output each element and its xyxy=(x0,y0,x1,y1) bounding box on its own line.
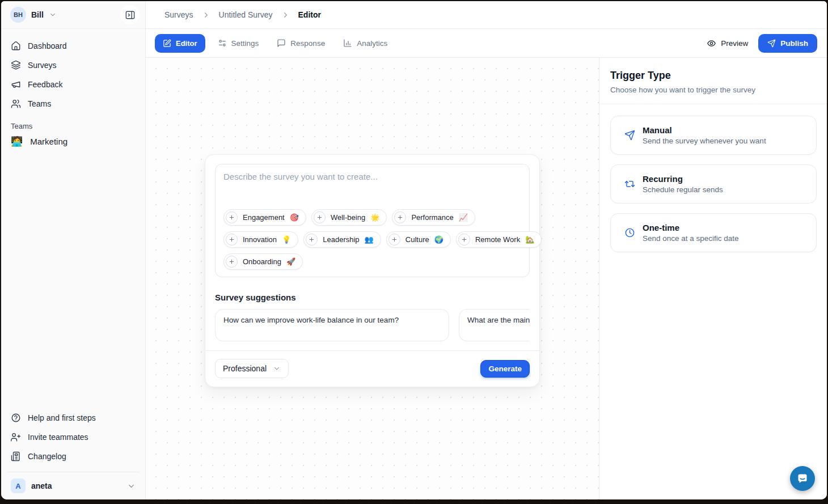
team-name: Marketing xyxy=(30,137,67,146)
breadcrumb-surveys[interactable]: Surveys xyxy=(164,10,193,19)
sidebar-item-teams[interactable]: Teams xyxy=(6,94,141,113)
plus-icon xyxy=(226,211,238,223)
trigger-option-one-time[interactable]: One-time Send once at a specific date xyxy=(610,213,817,252)
plus-icon xyxy=(226,234,238,245)
topic-chip-culture[interactable]: Culture 🌍 xyxy=(386,231,451,248)
eye-icon xyxy=(707,39,716,48)
topic-chip-well-being[interactable]: Well-being 🌟 xyxy=(311,209,387,226)
chevron-right-icon xyxy=(202,11,210,19)
tab-label: Settings xyxy=(231,39,259,48)
dart-emoji-icon: 🎯 xyxy=(290,214,299,221)
survey-composer-card: Engagement 🎯 Well-being 🌟 xyxy=(205,154,540,387)
send-icon xyxy=(767,39,776,48)
chip-label: Innovation xyxy=(243,235,277,244)
breadcrumb: Surveys Untitled Survey Editor xyxy=(146,1,827,29)
survey-description-input[interactable] xyxy=(223,172,521,209)
tab-analytics[interactable]: Analytics xyxy=(337,34,393,52)
suggestion-card[interactable]: How can we improve work-life balance in … xyxy=(215,309,449,341)
chat-launcher-button[interactable] xyxy=(790,466,815,491)
trigger-options: Manual Send the survey whenever you want… xyxy=(599,104,827,252)
publish-button[interactable]: Publish xyxy=(758,34,817,53)
survey-suggestions: Survey suggestions How can we improve wo… xyxy=(205,277,539,341)
sidebar: BH Bill Dashboard Surveys xyxy=(1,1,146,499)
chevron-down-icon xyxy=(273,365,281,372)
preview-button[interactable]: Preview xyxy=(707,39,748,48)
chip-label: Culture xyxy=(405,235,429,244)
plus-icon xyxy=(306,234,318,245)
tab-label: Editor xyxy=(176,39,197,48)
repeat-icon xyxy=(624,179,635,189)
app-window: BH Bill Dashboard Surveys xyxy=(1,1,827,499)
trigger-option-text: Manual Send the survey whenever you want xyxy=(643,125,766,145)
globe-emoji-icon: 🌍 xyxy=(434,236,443,243)
trigger-option-text: One-time Send once at a specific date xyxy=(643,223,739,243)
newspaper-icon xyxy=(11,451,21,461)
user-menu[interactable]: A aneta xyxy=(6,473,141,499)
topic-chip-performance[interactable]: Performance 📈 xyxy=(392,209,475,226)
plus-icon xyxy=(226,256,238,268)
message-square-icon xyxy=(277,39,286,48)
busts-emoji-icon: 👥 xyxy=(365,236,374,243)
publish-label: Publish xyxy=(780,39,808,48)
trigger-option-recurring[interactable]: Recurring Schedule regular sends xyxy=(610,164,817,204)
tab-editor[interactable]: Editor xyxy=(155,34,205,53)
teams-section-label: Teams xyxy=(11,122,136,130)
chip-label: Performance xyxy=(411,213,453,222)
trigger-option-manual[interactable]: Manual Send the survey whenever you want xyxy=(610,116,817,155)
sidebar-item-feedback[interactable]: Feedback xyxy=(6,75,141,94)
sidebar-item-label: Help and first steps xyxy=(28,413,96,422)
main-column: Surveys Untitled Survey Editor Editor Se… xyxy=(146,1,827,499)
tone-select[interactable]: Professional xyxy=(215,359,289,378)
generate-button[interactable]: Generate xyxy=(480,360,530,378)
chevron-right-icon xyxy=(281,11,290,19)
workspace-switcher[interactable]: BH Bill xyxy=(1,1,145,29)
user-avatar: A xyxy=(11,478,26,493)
tab-response[interactable]: Response xyxy=(271,34,331,52)
send-icon xyxy=(624,130,635,141)
chip-label: Engagement xyxy=(243,213,285,222)
layers-icon xyxy=(11,60,21,70)
trigger-option-title: Manual xyxy=(643,125,766,135)
sidebar-item-surveys[interactable]: Surveys xyxy=(6,56,141,75)
sidebar-item-invite[interactable]: Invite teammates xyxy=(6,427,141,447)
chart-column-icon xyxy=(343,39,352,48)
sidebar-item-label: Teams xyxy=(28,99,51,108)
sidebar-item-help[interactable]: Help and first steps xyxy=(6,408,141,427)
breadcrumb-untitled-survey[interactable]: Untitled Survey xyxy=(219,10,273,19)
topic-chips: Engagement 🎯 Well-being 🌟 xyxy=(223,209,521,270)
plus-icon xyxy=(458,234,470,245)
topic-chip-onboarding[interactable]: Onboarding 🚀 xyxy=(223,253,303,270)
rocket-emoji-icon: 🚀 xyxy=(286,258,295,265)
sidebar-item-dashboard[interactable]: Dashboard xyxy=(6,36,141,56)
sidebar-item-changelog[interactable]: Changelog xyxy=(6,447,141,466)
trigger-option-description: Schedule regular sends xyxy=(643,185,723,194)
topic-chip-engagement[interactable]: Engagement 🎯 xyxy=(223,209,306,226)
suggestions-title: Survey suggestions xyxy=(215,293,530,302)
editor-canvas[interactable]: Engagement 🎯 Well-being 🌟 xyxy=(146,58,599,499)
workspace-avatar: BH xyxy=(10,7,26,23)
editor-toolbar: Editor Settings Response Analytics Previ… xyxy=(146,29,827,58)
trigger-type-panel: Trigger Type Choose how you want to trig… xyxy=(599,58,827,499)
clock-icon xyxy=(624,227,635,238)
house-emoji-icon: 🏡 xyxy=(525,236,534,243)
sidebar-item-label: Changelog xyxy=(28,452,66,461)
trigger-option-title: One-time xyxy=(643,223,739,232)
tab-settings[interactable]: Settings xyxy=(212,34,265,52)
sidebar-divider xyxy=(7,472,140,472)
suggestion-card[interactable]: What are the main ob xyxy=(459,309,530,341)
sidebar-item-label: Dashboard xyxy=(28,41,67,50)
sidebar-toggle-button[interactable] xyxy=(120,5,140,24)
topic-chip-innovation[interactable]: Innovation 💡 xyxy=(223,231,298,248)
composer-footer: Professional Generate xyxy=(205,350,539,387)
tone-value: Professional xyxy=(223,364,267,373)
topic-chip-remote-work[interactable]: Remote Work 🏡 xyxy=(456,231,542,248)
user-name: aneta xyxy=(31,481,52,490)
topic-chip-leadership[interactable]: Leadership 👥 xyxy=(303,231,381,248)
panel-right-icon xyxy=(125,10,136,20)
sidebar-item-team-marketing[interactable]: 🧑‍💻 Marketing xyxy=(1,132,145,151)
trigger-panel-header: Trigger Type Choose how you want to trig… xyxy=(599,58,827,104)
chart-emoji-icon: 📈 xyxy=(459,214,468,221)
plus-icon xyxy=(314,211,326,223)
prompt-box: Engagement 🎯 Well-being 🌟 xyxy=(215,164,530,277)
sidebar-item-label: Surveys xyxy=(28,61,57,70)
